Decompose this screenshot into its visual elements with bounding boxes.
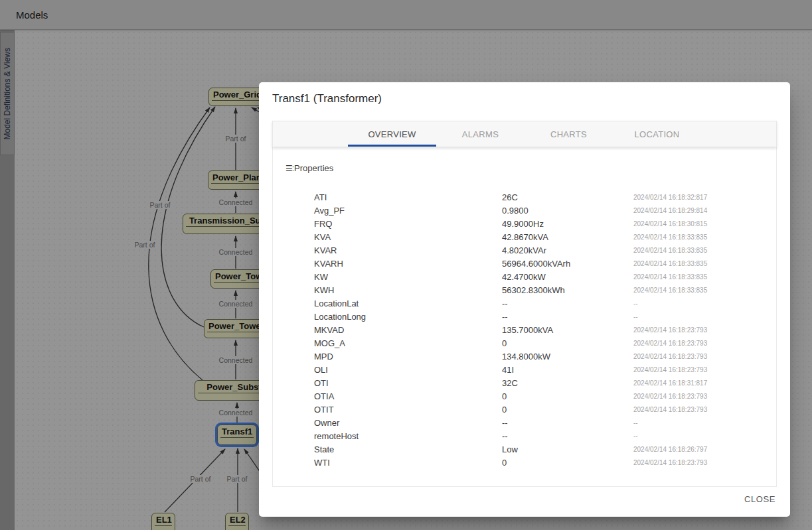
- property-value: 41I: [502, 365, 633, 375]
- app-screen: Models: [0, 0, 812, 530]
- property-row: LocationLat -- --: [273, 297, 776, 310]
- property-value: --: [502, 298, 633, 308]
- property-timestamp: 2024/02/14 16:18:33:835: [633, 233, 707, 241]
- tab[interactable]: ALARMS: [436, 121, 525, 147]
- property-value: 56302.8300kWh: [502, 285, 633, 295]
- property-row: KVARH 56964.6000kVArh 2024/02/14 16:18:3…: [273, 257, 776, 270]
- property-timestamp: --: [633, 432, 638, 440]
- property-name: MOG_A: [314, 338, 502, 348]
- property-row: FRQ 49.9000Hz 2024/02/14 16:18:30:815: [273, 217, 776, 230]
- property-timestamp: 2024/02/14 16:18:29:814: [633, 207, 707, 214]
- property-value: 32C: [502, 378, 633, 388]
- property-row: KW 42.4700kW 2024/02/14 16:18:33:835: [273, 270, 776, 283]
- property-name: remoteHost: [314, 431, 502, 441]
- property-timestamp: 2024/02/14 16:18:33:835: [633, 260, 707, 267]
- property-timestamp: 2024/02/14 16:18:30:815: [633, 220, 707, 228]
- property-name: OTI: [314, 378, 502, 388]
- property-name: Avg_PF: [314, 206, 502, 216]
- property-row: KWH 56302.8300kWh 2024/02/14 16:18:33:83…: [273, 283, 776, 297]
- property-name: KVARH: [314, 259, 502, 269]
- property-timestamp: --: [633, 300, 638, 307]
- property-row: MPD 134.8000kW 2024/02/14 16:18:23:793: [273, 350, 776, 363]
- property-value: 134.8000kW: [502, 352, 633, 362]
- property-value: 42.4700kW: [502, 272, 633, 282]
- property-timestamp: 2024/02/14 16:18:23:793: [633, 459, 707, 466]
- property-row: remoteHost -- --: [273, 429, 776, 442]
- property-value: 0: [502, 405, 633, 415]
- property-timestamp: 2024/02/14 16:18:33:835: [633, 247, 707, 254]
- tab[interactable]: OVERVIEW: [348, 121, 436, 147]
- property-timestamp: 2024/02/14 16:18:23:793: [633, 393, 707, 400]
- property-timestamp: 2024/02/14 16:18:26:797: [633, 446, 707, 453]
- property-timestamp: 2024/02/14 16:18:23:793: [633, 366, 707, 373]
- property-value: Low: [502, 444, 633, 454]
- toc-icon: ☰:: [285, 164, 293, 173]
- property-name: LocationLat: [314, 298, 502, 308]
- property-value: --: [502, 312, 633, 322]
- dialog-title: Transf1 (Transformer): [272, 92, 382, 105]
- property-value: 0: [502, 338, 633, 348]
- property-timestamp: 2024/02/14 16:18:23:793: [633, 340, 707, 347]
- property-value: 135.7000kVA: [502, 325, 633, 335]
- property-timestamp: --: [633, 419, 638, 427]
- close-button[interactable]: CLOSE: [739, 490, 781, 508]
- property-name: OTIA: [314, 391, 502, 401]
- property-value: 0.9800: [502, 206, 633, 216]
- property-row: Owner -- --: [273, 416, 776, 429]
- tab[interactable]: LOCATION: [613, 121, 701, 147]
- property-timestamp: 2024/02/14 16:18:23:793: [633, 406, 707, 413]
- property-value: --: [502, 431, 633, 441]
- property-name: State: [314, 444, 502, 454]
- property-row: OTIT 0 2024/02/14 16:18:23:793: [273, 403, 776, 416]
- property-value: 42.8670kVA: [502, 232, 633, 242]
- properties-header: ☰: Properties: [273, 147, 776, 173]
- property-row: MKVAD 135.7000kVA 2024/02/14 16:18:23:79…: [273, 323, 776, 336]
- tab[interactable]: CHARTS: [525, 121, 613, 147]
- property-row: LocationLong -- --: [273, 310, 776, 323]
- property-value: 4.8020kVAr: [502, 245, 633, 255]
- property-name: KVAR: [314, 245, 502, 255]
- property-row: State Low 2024/02/14 16:18:26:797: [273, 442, 776, 456]
- property-name: FRQ: [314, 219, 502, 229]
- property-name: MKVAD: [314, 325, 502, 335]
- property-row: OLI 41I 2024/02/14 16:18:23:793: [273, 363, 776, 376]
- property-timestamp: --: [633, 313, 638, 320]
- property-row: OTIA 0 2024/02/14 16:18:23:793: [273, 389, 776, 403]
- property-timestamp: 2024/02/14 16:18:23:793: [633, 353, 707, 360]
- property-name: KVA: [314, 232, 502, 242]
- property-name: KWH: [314, 285, 502, 295]
- property-name: OLI: [314, 365, 502, 375]
- property-row: KVAR 4.8020kVAr 2024/02/14 16:18:33:835: [273, 243, 776, 257]
- property-value: 56964.6000kVArh: [502, 259, 633, 269]
- dialog: Transf1 (Transformer) OVERVIEWALARMSCHAR…: [259, 82, 790, 517]
- property-name: WTI: [314, 458, 502, 468]
- property-name: MPD: [314, 352, 502, 362]
- properties-heading: Properties: [294, 163, 333, 173]
- property-row: MOG_A 0 2024/02/14 16:18:23:793: [273, 336, 776, 350]
- property-row: WTI 0 2024/02/14 16:18:23:793: [273, 456, 776, 469]
- property-value: 0: [502, 391, 633, 401]
- property-name: OTIT: [314, 405, 502, 415]
- property-name: ATI: [314, 192, 502, 202]
- property-name: LocationLong: [314, 312, 502, 322]
- property-timestamp: 2024/02/14 16:18:23:793: [633, 326, 707, 334]
- tab-bar: OVERVIEWALARMSCHARTSLOCATION: [272, 121, 777, 147]
- property-row: ATI 26C 2024/02/14 16:18:32:817: [273, 190, 776, 204]
- properties-table: ATI 26C 2024/02/14 16:18:32:817 Avg_PF 0…: [273, 190, 776, 469]
- property-timestamp: 2024/02/14 16:18:33:835: [633, 273, 707, 281]
- overview-panel: ☰: Properties ATI 26C 2024/02/14 16:18:3…: [272, 147, 777, 487]
- property-row: Avg_PF 0.9800 2024/02/14 16:18:29:814: [273, 204, 776, 217]
- property-row: KVA 42.8670kVA 2024/02/14 16:18:33:835: [273, 230, 776, 243]
- property-timestamp: 2024/02/14 16:18:32:817: [633, 194, 707, 201]
- property-timestamp: 2024/02/14 16:18:33:835: [633, 287, 707, 294]
- property-timestamp: 2024/02/14 16:18:31:817: [633, 379, 707, 387]
- property-value: 0: [502, 458, 633, 468]
- dialog-body: OVERVIEWALARMSCHARTSLOCATION ☰: Properti…: [272, 121, 777, 487]
- property-row: OTI 32C 2024/02/14 16:18:31:817: [273, 376, 776, 389]
- property-name: Owner: [314, 418, 502, 428]
- property-value: --: [502, 418, 633, 428]
- property-name: KW: [314, 272, 502, 282]
- property-value: 49.9000Hz: [502, 219, 633, 229]
- property-value: 26C: [502, 192, 633, 202]
